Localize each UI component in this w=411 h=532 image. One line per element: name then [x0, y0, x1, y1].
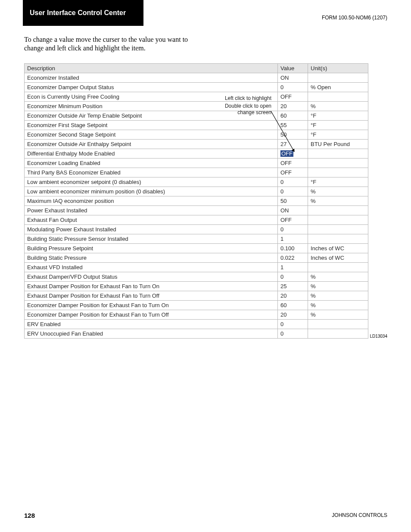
cell-units	[308, 263, 368, 272]
table-row: Modulating Power Exhaust Installed0	[25, 225, 368, 234]
table-row: Exhaust Fan OutputOFF	[25, 215, 368, 225]
cell-value[interactable]: 0.022	[278, 253, 308, 263]
cell-units	[308, 215, 368, 225]
table-row: Low ambient economizer setpoint (0 disab…	[25, 177, 368, 187]
table-row: Economizer Damper Position for Exhaust F…	[25, 310, 368, 320]
table-row: Economizer Loading EnabledOFF	[25, 159, 368, 168]
table-row: Economizer Second Stage Setpoint50°F	[25, 130, 368, 140]
cell-description: ERV Unoccupied Fan Enabled	[25, 329, 278, 339]
cell-description: Economizer First Stage Setpoint	[25, 121, 278, 130]
cell-value[interactable]: 0	[278, 83, 308, 92]
cell-value[interactable]: 50	[278, 196, 308, 206]
cell-units: %	[308, 301, 368, 310]
table-row: Building Static Pressure0.022Inches of W…	[25, 253, 368, 263]
table-row: Exhaust Damper Position for Exhaust Fan …	[25, 282, 368, 291]
cell-units	[308, 159, 368, 168]
cell-units	[308, 149, 368, 159]
cell-description: Exhaust VFD Installed	[25, 263, 278, 272]
instructions-text: To change a value move the curser to the…	[24, 35, 205, 53]
cell-description: Low ambient economizer minimum position …	[25, 187, 278, 196]
cell-value[interactable]: 0	[278, 225, 308, 234]
annotation-line-3: change screen	[185, 109, 271, 115]
table-row: Economizer Damper Output Status0% Open	[25, 83, 368, 92]
cell-value[interactable]: 0	[278, 320, 308, 329]
cell-description: Economizer Damper Position for Exhaust F…	[25, 301, 278, 310]
table-row: Building Pressure Setpoint0.100Inches of…	[25, 244, 368, 253]
cell-value[interactable]: 60	[278, 301, 308, 310]
cell-units	[308, 168, 368, 177]
cell-description: Exhaust Damper Position for Exhaust Fan …	[25, 291, 278, 301]
table-row: Low ambient economizer minimum position …	[25, 187, 368, 196]
cell-value[interactable]: 20	[278, 102, 308, 111]
form-id: FORM 100.50-NOM6 (1207)	[322, 15, 387, 21]
table-row: ERV Enabled0	[25, 320, 368, 329]
table-row: ERV Unoccupied Fan Enabled0	[25, 329, 368, 339]
cell-value[interactable]: 0	[278, 187, 308, 196]
cell-value[interactable]: OFF	[278, 215, 308, 225]
cell-units: %	[308, 196, 368, 206]
company-name: JOHNSON CONTROLS	[332, 512, 387, 518]
table-header-row: Description Value Unit(s)	[25, 64, 368, 73]
cell-units: %	[308, 272, 368, 282]
cell-description: Power Exhaust Installed	[25, 206, 278, 215]
page-title: User Interface Control Center	[30, 9, 126, 17]
cell-value[interactable]: 1	[278, 263, 308, 272]
cell-value[interactable]: OFF	[278, 92, 308, 102]
cell-description: Maximum IAQ economizer position	[25, 196, 278, 206]
cell-description: Differential Enthalpy Mode Enabled	[25, 149, 278, 159]
cell-description: Economizer Outside Air Enthalpy Setpoint	[25, 140, 278, 149]
col-header-units: Unit(s)	[308, 64, 368, 73]
page-number: 128	[24, 512, 35, 519]
annotation-arrow-icon	[271, 111, 297, 154]
cell-value[interactable]: OFF	[278, 168, 308, 177]
table-row: Economizer First Stage Setpoint55°F	[25, 121, 368, 130]
cell-units: %	[308, 310, 368, 320]
cell-units	[308, 73, 368, 83]
svg-line-0	[271, 111, 294, 152]
cell-units: °F	[308, 177, 368, 187]
cell-description: Economizer Second Stage Setpoint	[25, 130, 278, 140]
cell-units: %	[308, 282, 368, 291]
annotation-line-2: Double click to open	[185, 103, 271, 109]
cell-description: Building Static Pressure Sensor Installe…	[25, 234, 278, 244]
cell-units: %	[308, 291, 368, 301]
cell-value[interactable]: 25	[278, 282, 308, 291]
cell-units	[308, 234, 368, 244]
cell-value[interactable]: 20	[278, 291, 308, 301]
cell-description: Building Static Pressure	[25, 253, 278, 263]
table-row: Economizer Damper Position for Exhaust F…	[25, 301, 368, 310]
cell-value[interactable]: 0.100	[278, 244, 308, 253]
cell-description: Exhaust Damper/VFD Output Status	[25, 272, 278, 282]
cell-units: BTU Per Pound	[308, 140, 368, 149]
cell-units: %	[308, 187, 368, 196]
table-row: Economizer InstalledON	[25, 73, 368, 83]
cell-units: °F	[308, 121, 368, 130]
cell-units	[308, 320, 368, 329]
cell-value[interactable]: 0	[278, 329, 308, 339]
cell-value[interactable]: 1	[278, 234, 308, 244]
table-row: Power Exhaust InstalledON	[25, 206, 368, 215]
cell-value[interactable]: ON	[278, 206, 308, 215]
cell-value[interactable]: 0	[278, 177, 308, 187]
table-row: Exhaust Damper/VFD Output Status0%	[25, 272, 368, 282]
cell-units: % Open	[308, 83, 368, 92]
col-header-value: Value	[278, 64, 308, 73]
table-row: Economizer Outside Air Enthalpy Setpoint…	[25, 140, 368, 149]
cell-units: °F	[308, 111, 368, 121]
cell-description: Economizer Damper Position for Exhaust F…	[25, 310, 278, 320]
cell-description: ERV Enabled	[25, 320, 278, 329]
cell-units: %	[308, 102, 368, 111]
cell-description: Building Pressure Setpoint	[25, 244, 278, 253]
table-row: Building Static Pressure Sensor Installe…	[25, 234, 368, 244]
cell-value[interactable]: OFF	[278, 159, 308, 168]
table-row: Exhaust VFD Installed1	[25, 263, 368, 272]
cell-description: Low ambient economizer setpoint (0 disab…	[25, 177, 278, 187]
cell-units	[308, 206, 368, 215]
table-row: Maximum IAQ economizer position50%	[25, 196, 368, 206]
cell-description: Economizer Loading Enabled	[25, 159, 278, 168]
cell-value[interactable]: 0	[278, 272, 308, 282]
cell-value[interactable]: 20	[278, 310, 308, 320]
cell-units	[308, 329, 368, 339]
cell-value[interactable]: ON	[278, 73, 308, 83]
cell-units: Inches of WC	[308, 244, 368, 253]
